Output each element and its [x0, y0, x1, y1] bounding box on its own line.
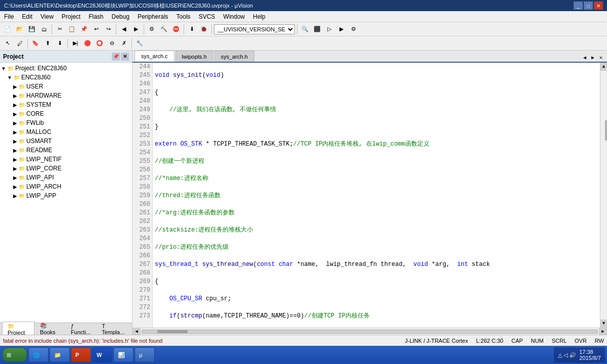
menu-edit[interactable]: Edit — [18, 12, 36, 21]
tree-fwlib[interactable]: ▶ 📁 FWLib — [0, 118, 132, 127]
nav-fwd-button[interactable]: ▶ — [131, 24, 142, 35]
scroll-up-button[interactable]: ▲ — [600, 63, 608, 71]
menu-project[interactable]: Project — [58, 12, 84, 21]
panel-tab-templa[interactable]: T Templa... — [96, 322, 130, 335]
clear-bp-button[interactable]: ✗ — [118, 38, 129, 49]
redo-button[interactable]: ↪ — [103, 24, 114, 35]
insert-bp-button[interactable]: 🔴 — [82, 38, 93, 49]
panel-tab-books[interactable]: 📚 Books — [34, 321, 65, 335]
window-controls[interactable]: _ □ ✕ — [574, 2, 603, 10]
save-all-button[interactable]: 🗂 — [38, 24, 50, 35]
panel-tab-functi-label: Functi... — [71, 329, 91, 335]
extern-tools-button[interactable]: 🔧 — [134, 38, 145, 49]
tab-close[interactable]: ✕ — [597, 54, 605, 62]
menu-window[interactable]: Window — [219, 12, 249, 21]
bookmark-button[interactable]: 🔖 — [30, 38, 41, 49]
open-file-button[interactable]: 📂 — [14, 24, 25, 35]
run-button[interactable]: ▶ — [336, 24, 347, 35]
code-editor[interactable]: 244 245 246 247 248 249 250 251 252 253 … — [133, 63, 607, 328]
menu-tools[interactable]: Tools — [172, 12, 195, 21]
disable-bp-button[interactable]: ⊖ — [106, 38, 117, 49]
bookmark-prev-button[interactable]: ⬆ — [42, 38, 53, 49]
tree-lwip-api[interactable]: ▶ 📁 LWIP_API — [0, 173, 132, 182]
menu-file[interactable]: File — [0, 12, 18, 21]
taskbar-uvision[interactable]: μ — [135, 347, 155, 362]
cut-button[interactable]: ✂ — [54, 24, 65, 35]
h-scroll-track[interactable] — [142, 330, 598, 334]
mode-btn-2[interactable]: 🖊 — [14, 38, 25, 49]
panel-tab-functi[interactable]: ƒ Functi... — [65, 322, 96, 335]
step-into-button[interactable]: ▷ — [324, 24, 335, 35]
save-button[interactable]: 💾 — [26, 24, 37, 35]
build-button[interactable]: ⚙ — [146, 24, 157, 35]
tree-lwip-netif[interactable]: ▶ 📁 LWIP_NETIF — [0, 155, 132, 164]
minimize-button[interactable]: _ — [574, 2, 583, 10]
paste-button[interactable]: 📌 — [78, 24, 90, 35]
project-panel-pin[interactable]: 📌 — [112, 53, 120, 61]
menu-debug[interactable]: Debug — [108, 12, 134, 21]
undo-button[interactable]: ↩ — [91, 24, 102, 35]
build-all-button[interactable]: 🔨 — [158, 24, 169, 35]
nav-back-button[interactable]: ◀ — [118, 24, 129, 35]
taskbar-systray[interactable]: △ ◁ 🔊 17:38 2015/8/7 — [554, 347, 605, 362]
panel-tab-project[interactable]: 📁 Project — [2, 322, 34, 335]
tree-enc28j60[interactable]: ▼ 📁 ENC28J60 — [0, 73, 132, 82]
line-250: //*name:进程名称 — [155, 174, 598, 183]
tree-lwip-arch[interactable]: ▶ 📁 LWIP_ARCH — [0, 182, 132, 191]
tree-lwip-app[interactable]: ▶ 📁 LWIP_APP — [0, 191, 132, 200]
menu-help[interactable]: Help — [249, 12, 270, 21]
target-select[interactable]: __UVISION_VERSION_SE — [214, 24, 295, 34]
editor-vertical-scrollbar[interactable]: ▲ ▼ — [600, 63, 607, 328]
download-button[interactable]: ⬇ — [186, 24, 197, 35]
taskbar-ppt[interactable]: P — [71, 347, 91, 362]
close-button[interactable]: ✕ — [594, 2, 603, 10]
tree-system[interactable]: ▶ 📁 SYSTEM — [0, 100, 132, 109]
toolbar-main: 📄 📂 💾 🗂 ✂ 📋 📌 ↩ ↪ ◀ ▶ ⚙ 🔨 ⛔ ⬇ 🐞 __UVISIO… — [0, 22, 607, 36]
h-scroll-thumb[interactable] — [157, 330, 188, 333]
search-button[interactable]: 🔍 — [299, 24, 311, 35]
select-mode-button[interactable]: ↖ — [2, 38, 13, 49]
settings-button[interactable]: ⚙ — [348, 24, 359, 35]
h-scroll-left[interactable]: ◀ — [133, 328, 141, 335]
tree-malloc[interactable]: ▶ 📁 MALLOC — [0, 127, 132, 136]
tree-core[interactable]: ▶ 📁 CORE — [0, 109, 132, 118]
tree-lwip-core[interactable]: ▶ 📁 LWIP_CORE — [0, 164, 132, 173]
h-scroll-right[interactable]: ▶ — [599, 328, 607, 335]
project-panel-close[interactable]: ✕ — [121, 53, 129, 61]
horizontal-scrollbar[interactable] — [141, 328, 599, 335]
tree-readme[interactable]: ▶ 📁 README — [0, 146, 132, 155]
tree-enc28j60-label: ENC28J60 — [21, 74, 51, 81]
bookmark-next-button[interactable]: ⬇ — [54, 38, 65, 49]
menu-peripherals[interactable]: Peripherals — [134, 12, 172, 21]
run-to-cursor-button[interactable]: ▶| — [70, 38, 81, 49]
menu-svcs[interactable]: SVCS — [195, 12, 220, 21]
tree-root[interactable]: ▼ 📁 Project: ENC28J60 — [0, 64, 132, 73]
taskbar-ie[interactable]: 🌐 — [28, 347, 49, 362]
enable-bp-button[interactable]: ⭕ — [94, 38, 105, 49]
taskbar-explorer[interactable]: 📁 — [50, 347, 70, 362]
project-tree[interactable]: ▼ 📁 Project: ENC28J60 ▼ 📁 ENC28J60 ▶ 📁 U… — [0, 63, 132, 323]
tree-user[interactable]: ▶ 📁 USER — [0, 82, 132, 91]
project-panel-controls[interactable]: 📌 ✕ — [112, 53, 129, 61]
tab-sys-arch-c[interactable]: sys_arch.c — [135, 51, 175, 62]
tab-scroll-right[interactable]: ▶ — [589, 54, 597, 62]
tree-usmart[interactable]: ▶ 📁 USMART — [0, 136, 132, 146]
taskbar-word[interactable]: W — [92, 347, 112, 362]
tab-sys-arch-h[interactable]: sys_arch.h — [214, 51, 254, 62]
debug-button[interactable]: 🐞 — [198, 24, 209, 35]
stop-build-button[interactable]: ⛔ — [170, 24, 182, 35]
tree-hardware[interactable]: ▶ 📁 HARDWARE — [0, 91, 132, 100]
code-content-area[interactable]: void sys_init(void) { //这里, 我们在该函数, 不做任何… — [153, 63, 600, 328]
tab-lwipopts-h[interactable]: lwipopts.h — [176, 51, 213, 62]
menu-flash[interactable]: Flash — [84, 12, 107, 21]
taskbar-chart[interactable]: 📊 — [113, 347, 134, 362]
new-file-button[interactable]: 📄 — [2, 24, 13, 35]
menu-view[interactable]: View — [36, 12, 58, 21]
scroll-down-button[interactable]: ▼ — [600, 320, 608, 328]
maximize-button[interactable]: □ — [584, 2, 593, 10]
copy-button[interactable]: 📋 — [66, 24, 77, 35]
start-button[interactable]: ⊞ — [2, 347, 27, 362]
tab-scroll-left[interactable]: ◀ — [581, 54, 589, 62]
scroll-thumb[interactable] — [605, 120, 608, 141]
stop-run-button[interactable]: ⬛ — [312, 24, 323, 35]
